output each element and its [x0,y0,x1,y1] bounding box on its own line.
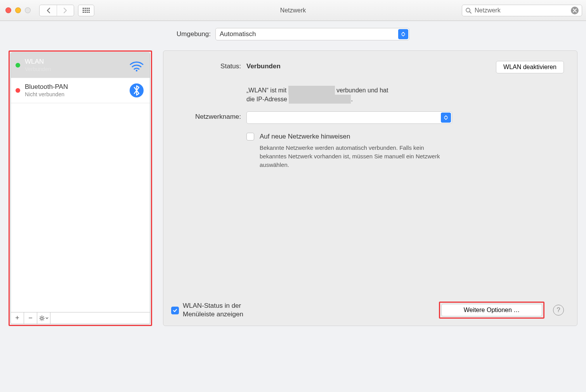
svg-rect-5 [85,10,86,11]
svg-line-13 [470,12,471,13]
status-dot-disconnected-icon [16,88,20,93]
add-interface-button[interactable]: + [11,312,24,324]
location-select[interactable]: Automatisch [215,28,409,40]
bluetooth-icon [128,82,145,99]
svg-rect-7 [88,10,90,11]
advanced-button-highlight: Weitere Optionen … [439,302,544,319]
status-dot-connected-icon [16,63,20,68]
svg-point-16 [41,317,43,319]
wlan-deactivate-button[interactable]: WLAN deaktivieren [496,61,564,73]
interface-list: WLAN Verbunden Bluetooth-PAN Nicht verbu… [11,53,150,312]
interface-name: WLAN [25,58,123,66]
titlebar: Netzwerk [0,0,586,21]
svg-line-24 [43,316,44,317]
search-input[interactable] [475,7,568,14]
show-in-menubar-checkbox[interactable] [171,307,179,314]
svg-rect-9 [85,12,86,13]
interface-actions-menu[interactable] [37,312,50,324]
network-name-label: Netzwerkname: [171,111,241,121]
location-label: Umgebung: [177,30,211,38]
sidebar-highlight: WLAN Verbunden Bluetooth-PAN Nicht verbu… [9,50,152,326]
interface-status: Verbunden [25,66,123,73]
status-description: „WLAN“ ist mit xxxxxxxx verbunden und ha… [246,86,496,104]
svg-rect-3 [88,8,90,9]
svg-rect-1 [85,8,86,9]
svg-rect-8 [83,12,84,13]
show-in-menubar-label: WLAN-Status in der Menüleiste anzeigen [183,302,268,319]
clear-search-button[interactable] [571,7,579,14]
location-select-value: Automatisch [220,30,256,38]
ask-new-networks-label: Auf neue Netzwerke hinweisen [260,132,350,140]
interface-text: WLAN Verbunden [25,58,123,72]
svg-line-23 [40,319,41,320]
svg-point-14 [136,70,137,71]
details-pane: Status: Verbunden „WLAN“ ist mit xxxxxxx… [163,50,577,326]
advanced-options-button[interactable]: Weitere Optionen … [441,304,542,316]
gear-icon [39,315,45,321]
wifi-icon [128,57,145,74]
ask-new-hint-row: Bekannte Netzwerke werden automatisch ve… [171,144,564,169]
show-all-prefs-button[interactable] [78,5,94,16]
svg-rect-10 [87,12,88,13]
network-name-row: Netzwerkname: [171,111,564,124]
grid-icon [83,8,90,13]
ask-new-networks-row: Auf neue Netzwerke hinweisen [171,132,564,140]
sidebar-toolbar: + − [11,312,150,324]
svg-line-22 [43,319,44,320]
interface-status: Nicht verbunden [25,91,123,98]
close-window-button[interactable] [5,7,11,13]
traffic-lights [5,7,31,13]
svg-line-21 [40,316,41,317]
status-value: Verbunden [246,61,496,70]
svg-rect-0 [83,8,84,9]
interface-text: Bluetooth-PAN Nicht verbunden [25,83,123,97]
maximize-window-button [25,7,31,13]
svg-rect-4 [83,10,84,11]
remove-interface-button[interactable]: − [24,312,37,324]
status-label: Status: [171,61,241,70]
content-area: Umgebung: Automatisch WLAN Verbunden [0,21,586,335]
interface-sidebar: WLAN Verbunden Bluetooth-PAN Nicht verbu… [10,52,150,324]
svg-rect-6 [87,10,88,11]
details-footer: WLAN-Status in der Menüleiste anzeigen W… [171,302,564,319]
interface-item-bluetooth-pan[interactable]: Bluetooth-PAN Nicht verbunden [11,78,150,103]
search-field-wrap[interactable] [462,5,582,16]
back-button[interactable] [40,5,57,16]
ask-new-networks-checkbox[interactable] [246,133,254,140]
panels: WLAN Verbunden Bluetooth-PAN Nicht verbu… [9,50,577,326]
help-button[interactable]: ? [553,305,564,316]
nav-back-forward [39,5,74,16]
interface-name: Bluetooth-PAN [25,83,123,91]
search-icon [465,7,472,14]
select-stepper-icon [398,29,408,39]
svg-rect-2 [87,8,88,9]
select-stepper-icon [441,113,451,123]
svg-rect-11 [88,12,90,13]
network-name-select[interactable] [246,111,452,124]
status-row: Status: Verbunden „WLAN“ ist mit xxxxxxx… [171,61,564,104]
location-row: Umgebung: Automatisch [9,28,577,40]
chevron-down-icon [45,317,49,319]
forward-button[interactable] [57,5,74,16]
interface-item-wlan[interactable]: WLAN Verbunden [11,53,150,78]
minimize-window-button[interactable] [15,7,21,13]
ask-new-networks-hint: Bekannte Netzwerke werden automatisch ve… [260,144,442,169]
